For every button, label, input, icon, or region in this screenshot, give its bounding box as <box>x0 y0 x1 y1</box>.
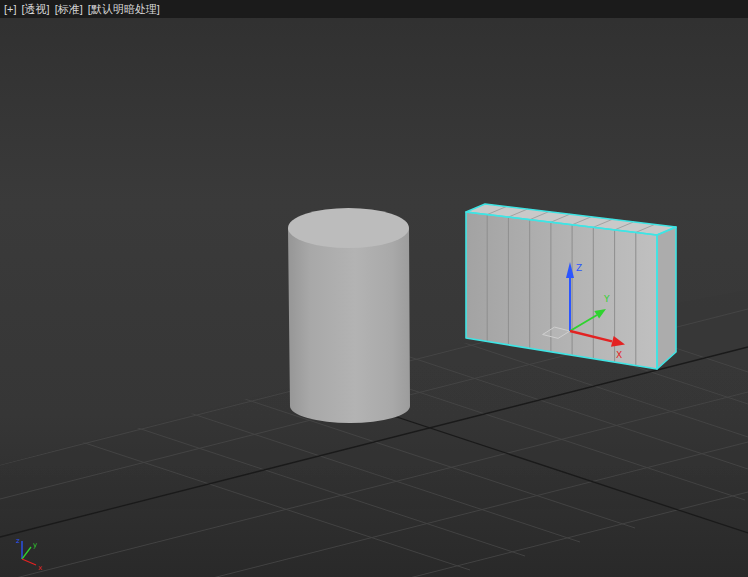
gizmo-y-label: Y <box>603 294 610 304</box>
world-axis-z-label: z <box>16 537 20 545</box>
cylinder-object[interactable] <box>288 208 410 423</box>
viewport-menu-general[interactable]: [+] <box>4 0 17 18</box>
world-axis-y-label: y <box>33 541 37 549</box>
box-right-face <box>657 227 676 369</box>
viewport-canvas[interactable]: Z Y X z y <box>0 0 748 577</box>
viewport-menu-standard[interactable]: [标准] <box>55 0 83 18</box>
gizmo-z-label: Z <box>576 263 582 273</box>
viewport-menu-shading[interactable]: [默认明暗处理] <box>88 0 160 18</box>
cylinder-body <box>288 228 410 423</box>
viewport: [+] [透视] [标准] [默认明暗处理] <box>0 0 748 577</box>
gizmo-x-label: X <box>616 350 622 360</box>
viewport-label-bar: [+] [透视] [标准] [默认明暗处理] <box>0 0 748 18</box>
viewport-menu-pov[interactable]: [透视] <box>22 0 50 18</box>
cylinder-top-cap <box>288 208 409 248</box>
world-axis-x-label: x <box>38 564 42 572</box>
